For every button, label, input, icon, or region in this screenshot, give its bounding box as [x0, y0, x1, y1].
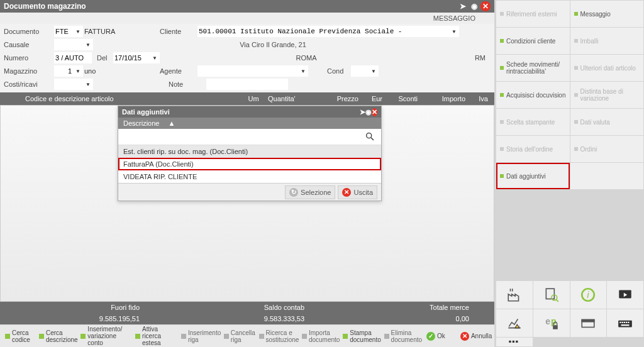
list-item[interactable]: VIDEATA RIP. CLIENTE	[118, 170, 381, 183]
monitor-icon[interactable]	[607, 281, 643, 309]
dialog-target-icon[interactable]: ◉	[365, 108, 372, 116]
pin-icon[interactable]: ➤	[458, 1, 468, 11]
footer-button[interactable]: Inserimento/ variazione conto	[78, 327, 131, 346]
cond-field[interactable]	[351, 65, 369, 77]
side-menu-item[interactable]: Distinta base di variazione	[570, 82, 644, 108]
check-icon: ✓	[426, 332, 435, 341]
indicator-icon	[135, 334, 140, 339]
col-importo: Importo	[421, 95, 469, 102]
side-menu-item[interactable]: Messaggio	[570, 1, 644, 27]
side-menu-item	[570, 163, 644, 189]
svg-rect-24	[516, 341, 518, 343]
causale-label: Causale	[4, 41, 54, 48]
side-icon-bar: i ! ep	[496, 280, 644, 347]
col-iva: Iva	[469, 95, 492, 102]
search-icon[interactable]	[365, 131, 375, 143]
dialog-column-header[interactable]: Descrizione ▲	[118, 118, 381, 129]
footer-button[interactable]: Ricerca e sostituzione	[257, 327, 298, 346]
footer-button[interactable]: Cancella riga	[221, 327, 255, 346]
side-menu-item[interactable]: Storia dell'ordine	[496, 136, 570, 162]
list-item[interactable]: FatturaPA (Doc.Clienti)	[118, 158, 381, 170]
info-icon[interactable]: i	[570, 281, 607, 309]
side-item-label: Messaggio	[580, 11, 611, 18]
footer-button-label: Inserimento riga	[188, 329, 221, 343]
side-item-label: Dati valuta	[580, 119, 610, 126]
footer-button[interactable]: Cerca descrizione	[36, 327, 77, 346]
cliente-dropdown[interactable]	[449, 26, 459, 37]
target-icon[interactable]: ◉	[469, 1, 479, 11]
indicator-icon	[302, 334, 307, 339]
col-prezzo: Prezzo	[321, 95, 362, 102]
side-menu-item[interactable]: Ordini	[570, 136, 644, 162]
dots-icon[interactable]	[496, 338, 533, 346]
del-field[interactable]	[113, 52, 150, 63]
side-menu-item[interactable]: Imballi	[570, 28, 644, 54]
footer-button[interactable]: Elimina documento	[382, 327, 421, 346]
side-menu-item[interactable]: Ulteriori dati articolo	[570, 55, 644, 81]
footer-button[interactable]: Attiva ricerca estesa	[133, 327, 177, 346]
annulla-button[interactable]: ✕Annulla	[458, 327, 492, 346]
cond-dropdown[interactable]	[369, 65, 379, 77]
chart-warning-icon[interactable]: !	[496, 309, 533, 337]
svg-rect-12	[553, 325, 558, 329]
magazzino-field[interactable]	[54, 65, 73, 77]
causale-field[interactable]	[54, 39, 83, 50]
side-menu-item[interactable]: Dati valuta	[570, 109, 644, 135]
costi-dropdown[interactable]	[83, 79, 93, 90]
cond-label: Cond	[327, 67, 351, 75]
footer-button[interactable]: Stampa documento	[340, 327, 380, 346]
agente-dropdown[interactable]	[298, 65, 308, 77]
cliente-field[interactable]	[197, 26, 449, 37]
costi-field[interactable]	[54, 79, 83, 90]
side-menu-item[interactable]: Dati aggiuntivi	[496, 163, 570, 189]
indicator-icon	[574, 147, 578, 151]
side-menu-item[interactable]: Scelta stampante	[496, 109, 570, 135]
side-menu-item[interactable]: Riferimenti esterni	[496, 1, 570, 27]
grid-header: Codice e descrizione articolo Um Quantit…	[0, 92, 494, 105]
dialog-titlebar: Dati aggiuntivi ➤ ◉ ✕	[118, 106, 381, 118]
ok-button[interactable]: ✓Ok	[424, 327, 457, 346]
footer-button[interactable]: Inserimento riga	[179, 327, 220, 346]
uscita-button[interactable]: ✕Uscita	[338, 185, 377, 199]
list-item[interactable]: Est. clienti rip. su doc. mag. (Doc.Clie…	[118, 145, 381, 158]
footer-button[interactable]: Importa documento	[299, 327, 339, 346]
cliente-address: Via Ciro Il Grande, 21	[93, 41, 453, 48]
close-icon[interactable]: ✕	[480, 1, 491, 11]
indicator-icon	[259, 334, 264, 339]
col-um: Um	[243, 95, 264, 102]
numero-field[interactable]	[54, 52, 92, 63]
indicator-icon	[500, 93, 504, 97]
dialog-pin-icon[interactable]: ➤	[360, 108, 365, 116]
col-qta: Quantita'	[264, 95, 321, 102]
factory-icon[interactable]	[496, 281, 533, 309]
doc-search-icon[interactable]	[533, 281, 570, 309]
footer-button-label: Ricerca e sostituzione	[266, 329, 299, 343]
cliente-label: Cliente	[160, 28, 197, 35]
selezione-button[interactable]: ↻Selezione	[285, 185, 335, 199]
indicator-icon	[574, 39, 578, 43]
magazzino-desc: uno	[84, 67, 160, 75]
del-label: Del	[97, 54, 113, 62]
magazzino-dropdown[interactable]	[73, 65, 83, 77]
close-icon: ✕	[460, 332, 469, 341]
del-dropdown[interactable]	[150, 52, 160, 63]
svg-rect-15	[618, 321, 632, 328]
footer-button[interactable]: Cerca codice	[3, 327, 35, 346]
side-menu-item[interactable]: Condizioni cliente	[496, 28, 570, 54]
keyboard-icon[interactable]	[607, 309, 643, 337]
side-menu-item[interactable]: Schede movimenti/ rintracciabilita'	[496, 55, 570, 81]
documento-field[interactable]	[54, 26, 73, 37]
causale-dropdown[interactable]	[83, 39, 93, 50]
dialog-close-icon[interactable]: ✕	[372, 108, 377, 116]
documento-dropdown[interactable]	[73, 26, 83, 37]
svg-line-4	[556, 300, 558, 302]
note-field[interactable]	[206, 79, 288, 90]
side-menu-item[interactable]: Acquisisci docuvision	[496, 82, 570, 108]
agente-label: Agente	[160, 67, 197, 75]
agente-field[interactable]	[197, 65, 298, 77]
footer-button-label: Inserimento/ variazione conto	[87, 326, 129, 346]
card-icon[interactable]	[570, 309, 607, 337]
documento-label: Documento	[4, 28, 54, 35]
ep-lock-icon[interactable]: ep	[533, 309, 570, 337]
side-item-label: Imballi	[580, 38, 599, 45]
